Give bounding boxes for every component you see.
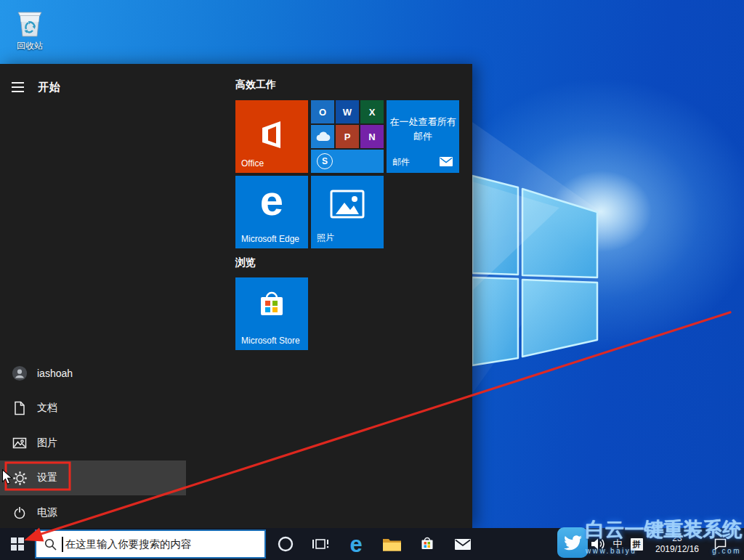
- sidebar-item-power[interactable]: 电源: [0, 495, 186, 530]
- tile-store-label: Microsoft Store: [241, 336, 300, 346]
- taskbar: e: [0, 528, 744, 560]
- pictures-label: 图片: [37, 437, 57, 450]
- start-menu-title: 开始: [38, 81, 61, 94]
- skype-icon: S: [317, 153, 333, 169]
- store-taskbar-button[interactable]: [410, 528, 445, 560]
- tile-microsoft-edge[interactable]: e Microsoft Edge: [235, 176, 308, 248]
- edge-icon: e: [349, 533, 362, 556]
- file-explorer-icon: [382, 537, 402, 552]
- ime-pinyin-badge: 拼: [631, 538, 643, 551]
- skype-strip: S: [311, 150, 384, 173]
- cortana-button[interactable]: [268, 528, 303, 560]
- cortana-icon: [278, 536, 294, 552]
- start-menu: 开始 iashoah 文档 图片: [0, 64, 472, 528]
- tile-photos-label: 照片: [317, 232, 334, 244]
- photos-icon: [311, 189, 384, 219]
- envelope-icon: [440, 157, 453, 166]
- action-center-button[interactable]: [709, 528, 731, 560]
- pictures-icon: [12, 435, 28, 451]
- tile-photos[interactable]: 照片: [311, 176, 384, 248]
- sidebar-item-settings[interactable]: 设置: [0, 460, 186, 495]
- edge-logo-icon: e: [235, 177, 308, 224]
- tile-group-title-productivity: 高效工作: [235, 78, 276, 92]
- tile-mail[interactable]: 在一处查看所有 邮件 邮件: [387, 100, 459, 173]
- power-label: 电源: [37, 506, 57, 519]
- user-avatar-icon: [12, 365, 28, 381]
- speaker-icon: [591, 537, 607, 551]
- gear-icon: [12, 470, 28, 486]
- action-center-icon: [714, 538, 727, 550]
- tile-office-label: Office: [241, 158, 264, 169]
- file-explorer-button[interactable]: [374, 528, 409, 560]
- ime-language-indicator[interactable]: 中: [610, 528, 625, 560]
- outlook-icon: O: [311, 100, 334, 123]
- search-icon: [44, 538, 57, 551]
- taskbar-search-box[interactable]: [35, 529, 266, 559]
- ime-mode-indicator[interactable]: 拼: [628, 528, 645, 560]
- volume-button[interactable]: [589, 528, 609, 560]
- sidebar-item-user[interactable]: iashoah: [0, 356, 186, 391]
- tile-mail-label: 邮件: [392, 156, 410, 169]
- hamburger-menu-icon[interactable]: [0, 82, 35, 92]
- onedrive-cloud-icon: [311, 125, 334, 148]
- clock-date: 2019/12/16: [655, 544, 699, 555]
- user-name-label: iashoah: [37, 368, 73, 379]
- power-icon: [12, 505, 28, 521]
- mail-tile-message: 在一处查看所有 邮件: [387, 115, 459, 144]
- settings-label: 设置: [37, 471, 57, 484]
- recycle-bin-icon: [13, 6, 46, 39]
- start-button[interactable]: [0, 528, 35, 560]
- store-icon: [418, 535, 436, 553]
- task-view-icon: [312, 537, 329, 551]
- word-icon: W: [336, 100, 359, 123]
- windows-logo-icon: [11, 537, 24, 551]
- recycle-bin-label: 回收站: [6, 40, 54, 52]
- store-bag-icon: [235, 286, 308, 324]
- mail-taskbar-button[interactable]: [445, 528, 480, 560]
- sidebar-item-documents[interactable]: 文档: [0, 391, 186, 426]
- tile-microsoft-store[interactable]: Microsoft Store: [235, 277, 308, 350]
- tile-group-title-explore: 浏览: [235, 256, 256, 269]
- taskbar-clock[interactable]: 23 2019/12/16: [647, 528, 708, 560]
- task-view-button[interactable]: [303, 528, 338, 560]
- start-menu-header: 开始: [0, 74, 61, 100]
- mail-icon: [454, 538, 472, 551]
- desktop: 回收站 开始 iashoah 文档 图片: [0, 0, 744, 560]
- recycle-bin-shortcut[interactable]: 回收站: [6, 6, 54, 52]
- powerpoint-icon: P: [336, 125, 359, 148]
- onenote-icon: N: [360, 125, 384, 148]
- document-icon: [12, 400, 28, 416]
- tile-edge-label: Microsoft Edge: [241, 234, 299, 244]
- edge-taskbar-button[interactable]: e: [339, 528, 373, 560]
- excel-icon: X: [360, 100, 384, 123]
- search-input[interactable]: [63, 538, 265, 550]
- tile-office-app-folder[interactable]: O W X P N S: [311, 100, 384, 173]
- clock-time: 23: [672, 533, 682, 544]
- documents-label: 文档: [37, 402, 57, 415]
- tile-office[interactable]: Office: [235, 100, 308, 173]
- sidebar-item-pictures[interactable]: 图片: [0, 426, 186, 460]
